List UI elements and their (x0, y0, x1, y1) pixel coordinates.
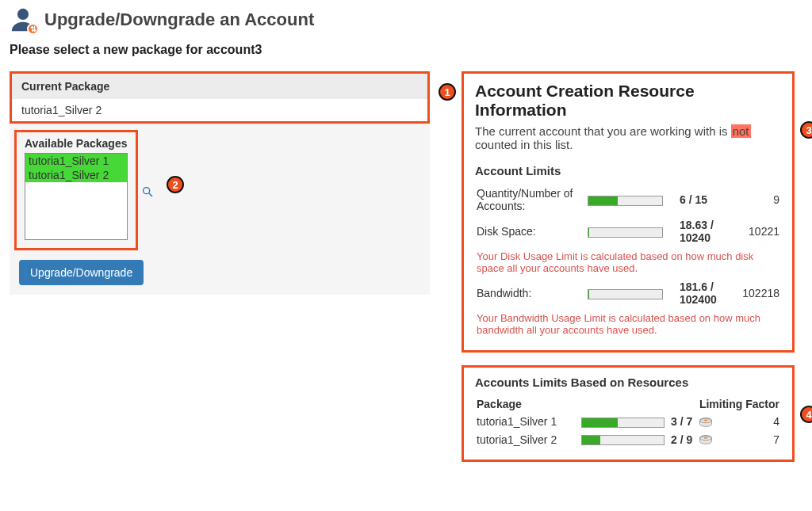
svg-line-2 (149, 193, 152, 196)
limit-value: 18.63 / 10240 (678, 215, 733, 247)
col-package: Package (475, 395, 580, 413)
col-limiting-factor: Limiting Factor (580, 395, 781, 413)
svg-point-5 (704, 419, 708, 421)
resource-info-title: Account Creation Resource Information (475, 82, 781, 120)
account-limits-heading: Account Limits (475, 164, 781, 177)
resource-info-desc: The current account that you are working… (475, 124, 781, 151)
search-icon[interactable] (141, 185, 154, 200)
account-limits-table: Quantity/Number of Accounts: 6 / 15 9 Di… (475, 184, 781, 339)
bandwidth-warning: Your Bandwidth Usage Limit is calculated… (475, 309, 781, 339)
svg-point-1 (144, 188, 150, 194)
user-icon-badge: ⇅ (27, 23, 39, 35)
current-package-label: Current Package (12, 74, 427, 99)
limit-label: Disk Space: (475, 215, 586, 247)
row-free: 4 (749, 413, 781, 430)
available-packages-list[interactable]: tutoria1_Silver 1 tutoria1_Silver 2 (25, 153, 128, 240)
resource-info-box: Account Creation Resource Information Th… (462, 71, 795, 353)
limit-bar (588, 227, 663, 238)
svg-point-0 (17, 9, 29, 20)
row-gauge (581, 418, 665, 428)
svg-point-8 (704, 437, 708, 439)
resource-limits-table: Package Limiting Factor tutoria1_Silver … (475, 395, 781, 448)
table-row: tutoria1_Silver 2 2 / 9 7 (475, 431, 781, 448)
row-package-name: tutoria1_Silver 2 (475, 431, 580, 448)
current-package-value: tutoria1_Silver 2 (12, 99, 427, 121)
left-panel: Current Package tutoria1_Silver 2 1 Avai… (10, 71, 430, 295)
callout-1: 1 (439, 83, 456, 101)
row-gauge (581, 435, 665, 445)
table-row: tutoria1_Silver 1 3 / 7 4 (475, 413, 781, 430)
available-packages-box: Available Packages tutoria1_Silver 1 tut… (14, 130, 138, 250)
row-free: 7 (749, 431, 781, 448)
current-package-box: Current Package tutoria1_Silver 2 1 (10, 71, 430, 124)
user-icon: ⇅ (10, 6, 36, 33)
resource-limits-title: Accounts Limits Based on Resources (475, 376, 781, 389)
limit-bar (588, 196, 663, 206)
limit-free: 102218 (733, 277, 781, 309)
package-option[interactable]: tutoria1_Silver 2 (25, 168, 127, 182)
row-ratio: 3 / 7 (671, 415, 692, 428)
limit-free: 9 (733, 184, 781, 215)
available-packages-label: Available Packages (25, 137, 128, 150)
limit-value: 181.6 / 102400 (678, 277, 733, 309)
callout-4: 4 (800, 406, 812, 423)
limit-bar (588, 289, 663, 299)
package-option[interactable]: tutoria1_Silver 1 (25, 154, 127, 168)
disk-icon (699, 435, 713, 446)
limit-free: 10221 (733, 215, 781, 247)
row-ratio: 2 / 9 (671, 433, 692, 446)
page-header: ⇅ Upgrade/Downgrade an Account (10, 6, 802, 33)
disk-icon (699, 418, 713, 429)
limit-value: 6 / 15 (678, 184, 733, 215)
row-package-name: tutoria1_Silver 1 (475, 413, 580, 430)
disk-warning: Your Disk Usage Limit is calculated base… (475, 247, 781, 277)
callout-3: 3 (800, 121, 812, 139)
resource-limits-box: Accounts Limits Based on Resources Packa… (462, 365, 795, 462)
callout-2: 2 (167, 176, 184, 193)
limit-label: Bandwidth: (475, 277, 586, 309)
page-title: Upgrade/Downgrade an Account (44, 10, 314, 30)
page-subtitle: Please select a new package for account3 (10, 43, 802, 57)
upgrade-downgrade-button[interactable]: Upgrade/Downgrade (19, 260, 144, 285)
limit-label: Quantity/Number of Accounts: (475, 184, 586, 215)
